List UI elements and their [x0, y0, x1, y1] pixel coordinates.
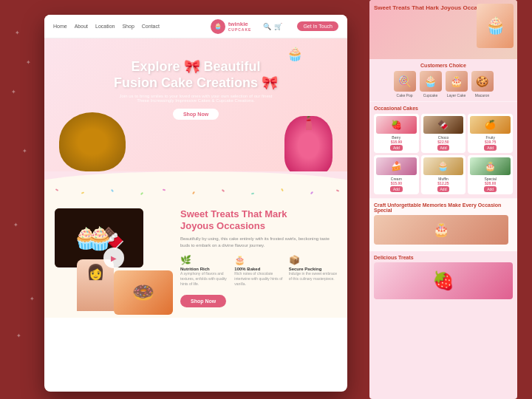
star-decoration: ✦ — [30, 296, 35, 302]
occ-add-1[interactable]: Add — [437, 145, 450, 151]
sprinkle — [222, 189, 225, 192]
occ-price-4: $12.25 — [423, 181, 464, 185]
sprinkle — [81, 191, 84, 194]
occ-price-3: $15.00 — [376, 181, 417, 185]
occ-price-5: $28.00 — [470, 181, 511, 185]
muffins-image: 🧁🍫 — [55, 208, 143, 267]
person-image — [77, 259, 114, 311]
logo-icon: 🧁 — [211, 19, 225, 34]
content-title: Sweet Treats That Mark Joyous Occasions — [180, 208, 337, 231]
sprinkle — [281, 188, 284, 191]
get-in-touch-button[interactable]: Get In Touch — [297, 21, 338, 31]
nav-location[interactable]: Location — [95, 24, 115, 29]
hero-section: 🧁 Explore 🎀 Beautiful Fusion Cake Creati… — [44, 38, 347, 171]
sprinkle — [336, 189, 339, 192]
features-row: 🌿 Nutrition Rich A symphony of flavors a… — [180, 255, 337, 287]
search-icon[interactable]: 🔍 — [263, 23, 271, 30]
craft-title: Craft Unforgettable Memories Make Every … — [374, 202, 513, 213]
nutrition-desc: A symphony of flavors and textures, enfo… — [180, 271, 228, 287]
rp-item-1: 🧁 Cupcake — [419, 71, 443, 98]
navbar: Home About Location Shop Contact 🧁 twink… — [44, 15, 347, 38]
nutrition-icon: 🌿 — [180, 255, 228, 265]
star-decoration: ✦ — [22, 148, 27, 154]
delicious-image: 🍓 — [374, 262, 513, 299]
occ-img-1: 🍫 — [423, 116, 464, 134]
occ-item-4: 🧁 Muffin $12.25 Add — [421, 155, 466, 194]
occ-img-2: 🍊 — [470, 116, 511, 134]
sprinkle — [140, 192, 143, 195]
occ-item-3: 🍰 Cream $15.00 Add — [374, 155, 419, 194]
logo-name: twinkie — [228, 21, 252, 27]
logo-text: twinkie CUPCAKE — [228, 21, 252, 32]
hero-title-line2: Fusion Cake Creations 🎀 — [114, 75, 278, 90]
delicious-title: Delicious Treats — [374, 255, 513, 260]
logo-sub: CUPCAKE — [228, 27, 252, 32]
customers-choice-section: Customers Choice 🍭 Cake Pop 🧁 Cupcake 🎂 … — [369, 59, 517, 102]
feature-baked: 🎂 100% Baked Rich notes of chocolate int… — [234, 255, 282, 287]
baked-desc: Rich notes of chocolate intertwine with … — [234, 271, 282, 287]
star-decoration: ✦ — [11, 89, 16, 95]
craft-emoji: 🎂 — [433, 222, 449, 238]
customers-choice-title: Customers Choice — [374, 63, 513, 68]
sprinkles-bar — [44, 186, 347, 198]
content-grid: 🧁🍫 ▶ Sweet Treats That Mark Joyous Occas… — [55, 208, 337, 307]
sprinkle — [310, 191, 313, 194]
nav-shop[interactable]: Shop — [122, 24, 134, 29]
nav-action-icons: 🔍 🛒 — [263, 23, 282, 30]
sprinkle — [251, 193, 254, 195]
hero-cupcake-icon: 🧁 — [287, 46, 303, 62]
rp-item-img-1: 🧁 — [420, 71, 442, 92]
rp-item-0: 🍭 Cake Pop — [393, 71, 417, 98]
donut-image — [114, 270, 173, 315]
wave-divider — [44, 171, 347, 186]
baked-icon: 🎂 — [234, 255, 282, 265]
feature-packing: 📦 Secure Packing Indulge in the sweet em… — [289, 255, 337, 287]
nav-home[interactable]: Home — [53, 24, 67, 29]
sprinkle — [55, 188, 58, 191]
nav-about[interactable]: About — [75, 24, 88, 29]
rp-item-name-0: Cake Pop — [393, 93, 417, 98]
hero-shop-button[interactable]: Shop Now — [173, 109, 219, 120]
star-decoration: ✦ — [15, 30, 20, 36]
right-panel: Sweet Treats That Hark Joyous Occasions … — [369, 0, 517, 399]
content-description: Beautifully by using, this cake entirely… — [180, 236, 337, 249]
sprinkle — [163, 189, 166, 191]
rp-item-img-2: 🎂 — [446, 71, 468, 92]
nav-contact[interactable]: Contact — [142, 24, 160, 29]
rp-item-img-3: 🍪 — [471, 71, 494, 92]
sprinkle — [192, 191, 195, 194]
hero-title: Explore 🎀 Beautiful Fusion Cake Creation… — [59, 59, 332, 91]
occ-img-4: 🧁 — [423, 157, 464, 175]
play-button[interactable]: ▶ — [103, 248, 124, 268]
occasional-grid: 🍓 Berry $18.99 Add 🍫 Choco $22.50 Add 🍊 … — [374, 114, 513, 194]
rp-item-2: 🎂 Layer Cake — [445, 71, 468, 98]
rp-item-name-2: Layer Cake — [445, 93, 468, 98]
occ-item-1: 🍫 Choco $22.50 Add — [421, 114, 466, 153]
occ-add-5[interactable]: Add — [484, 186, 497, 192]
main-mockup: Home About Location Shop Contact 🧁 twink… — [44, 15, 347, 392]
occ-add-2[interactable]: Add — [484, 145, 497, 151]
cart-icon[interactable]: 🛒 — [274, 23, 282, 30]
occ-add-0[interactable]: Add — [390, 145, 403, 151]
brand-logo: 🧁 twinkie CUPCAKE — [211, 19, 252, 34]
craft-image: 🎂 — [374, 215, 508, 245]
occ-price-0: $18.99 — [376, 140, 417, 144]
occ-add-3[interactable]: Add — [390, 186, 403, 192]
occ-price-1: $22.50 — [423, 140, 464, 144]
shop-now-button[interactable]: Shop Now — [180, 295, 226, 307]
delicious-emoji: 🍓 — [432, 270, 454, 291]
packing-icon: 📦 — [289, 255, 337, 265]
occ-img-5: 🎂 — [470, 157, 511, 175]
star-decoration: ✦ — [13, 222, 18, 228]
occ-img-3: 🍰 — [376, 157, 417, 175]
hero-subtitle: Join us to bring smiles to your loved on… — [59, 94, 332, 103]
hero-title-line1: Explore 🎀 Beautiful — [131, 59, 260, 74]
star-decoration: ✦ — [26, 59, 31, 66]
occasional-cakes-section: Occasional Cakes 🍓 Berry $18.99 Add 🍫 Ch… — [369, 102, 517, 199]
rp-item-name-3: Macaron — [471, 93, 494, 98]
hero-cupcake-image: 🍒 — [284, 116, 332, 171]
occ-add-4[interactable]: Add — [437, 186, 450, 192]
muffin-emoji: 🧁🍫 — [55, 208, 143, 267]
content-text: Sweet Treats That Mark Joyous Occasions … — [180, 208, 337, 307]
occ-img-0: 🍓 — [376, 116, 417, 134]
